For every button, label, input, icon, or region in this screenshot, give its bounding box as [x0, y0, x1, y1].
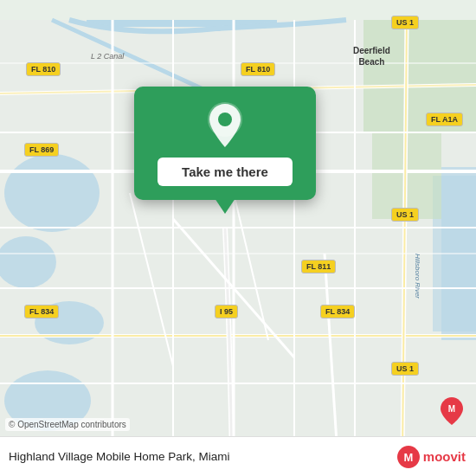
map-container: L 2 Canal Hillsboro River US 1 FL 810 FL…	[0, 0, 476, 476]
svg-text:M: M	[403, 451, 413, 464]
road-label-fl810-left: FL 810	[26, 62, 61, 76]
road-label-fl-a1a: FL A1A	[426, 113, 463, 126]
moovit-m-icon: M	[396, 445, 421, 469]
take-me-there-button[interactable]: Take me there	[158, 158, 293, 186]
road-label-us1-top: US 1	[391, 16, 419, 29]
attribution-text: © OpenStreetMap contributors	[5, 418, 130, 431]
moovit-text: moovit	[423, 449, 466, 464]
moovit-pin: M	[440, 396, 464, 429]
road-label-fl869-left: FL 869	[24, 143, 59, 157]
road-label-us1-bot: US 1	[391, 362, 419, 376]
svg-text:M: M	[448, 404, 455, 414]
road-label-fl811: FL 811	[301, 260, 336, 273]
popup-card: Take me there	[134, 87, 316, 200]
place-label-deerfield: DeerfieldBeach	[353, 45, 390, 68]
svg-text:L 2 Canal: L 2 Canal	[91, 52, 125, 61]
moovit-logo: M moovit	[396, 445, 466, 469]
location-pin-icon	[206, 102, 244, 149]
road-label-fl834-right: FL 834	[320, 305, 355, 318]
map-background: L 2 Canal Hillsboro River	[0, 0, 476, 476]
svg-point-32	[218, 113, 232, 126]
road-label-i95: I 95	[215, 305, 238, 318]
svg-point-1	[4, 154, 100, 232]
bottom-bar: Highland Village Mobile Home Park, Miami…	[0, 436, 476, 476]
svg-text:Hillsboro River: Hillsboro River	[414, 254, 421, 299]
location-icon-wrapper	[202, 102, 248, 149]
location-name: Highland Village Mobile Home Park, Miami	[9, 450, 230, 463]
road-label-fl810-mid: FL 810	[241, 62, 275, 76]
road-label-us1-mid: US 1	[391, 208, 419, 222]
road-label-fl834-left: FL 834	[24, 305, 59, 318]
